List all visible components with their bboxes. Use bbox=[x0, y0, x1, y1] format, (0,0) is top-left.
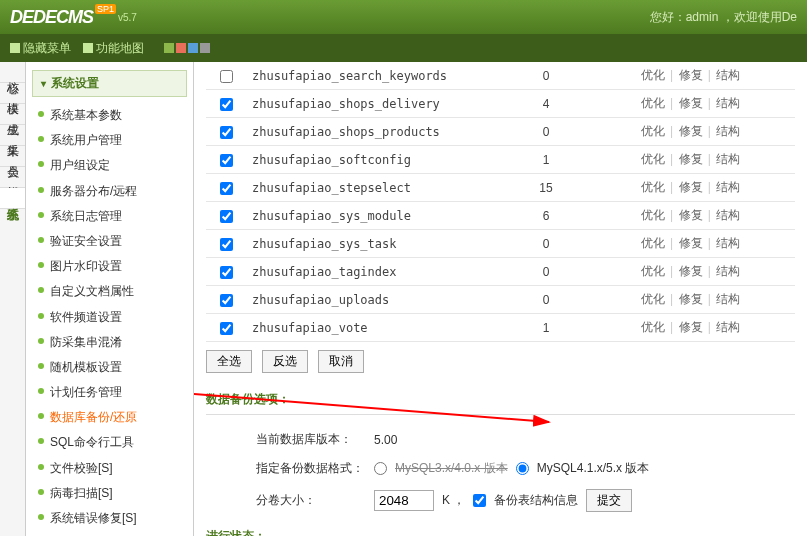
site-map-button[interactable]: 功能地图 bbox=[83, 40, 144, 57]
optimize-link[interactable]: 优化 bbox=[641, 292, 665, 306]
optimize-link[interactable]: 优化 bbox=[641, 68, 665, 82]
cancel-button[interactable]: 取消 bbox=[318, 350, 364, 373]
optimize-link[interactable]: 优化 bbox=[641, 152, 665, 166]
vtab-采集[interactable]: 采集 bbox=[0, 125, 25, 146]
theme-green[interactable] bbox=[164, 43, 174, 53]
optimize-link[interactable]: 优化 bbox=[641, 124, 665, 138]
db-version-value: 5.00 bbox=[374, 433, 397, 447]
row-checkbox[interactable] bbox=[220, 70, 233, 83]
table-row: zhusufapiao_tagindex0优化 | 修复 | 结构 bbox=[206, 258, 795, 286]
status-title: 进行状态： bbox=[206, 518, 795, 536]
panel-title[interactable]: 系统设置 bbox=[32, 70, 187, 97]
table-row: zhusufapiao_stepselect15优化 | 修复 | 结构 bbox=[206, 174, 795, 202]
invert-button[interactable]: 反选 bbox=[262, 350, 308, 373]
ops-cell: 优化 | 修复 | 结构 bbox=[586, 202, 795, 230]
record-count: 15 bbox=[506, 174, 586, 202]
optimize-link[interactable]: 优化 bbox=[641, 208, 665, 222]
menu-item[interactable]: 自定义文档属性 bbox=[32, 279, 187, 304]
theme-colors bbox=[164, 43, 210, 53]
structure-link[interactable]: 结构 bbox=[716, 152, 740, 166]
row-checkbox[interactable] bbox=[220, 322, 233, 335]
ops-cell: 优化 | 修复 | 结构 bbox=[586, 174, 795, 202]
theme-gray[interactable] bbox=[200, 43, 210, 53]
structure-link[interactable]: 结构 bbox=[716, 264, 740, 278]
menu-item[interactable]: 用户组设定 bbox=[32, 153, 187, 178]
menu-item[interactable]: 防采集串混淆 bbox=[32, 330, 187, 355]
record-count: 0 bbox=[506, 258, 586, 286]
optimize-link[interactable]: 优化 bbox=[641, 320, 665, 334]
row-checkbox[interactable] bbox=[220, 98, 233, 111]
vtab-模板[interactable]: 模板 bbox=[0, 167, 25, 188]
menu-item[interactable]: 计划任务管理 bbox=[32, 380, 187, 405]
structure-link[interactable]: 结构 bbox=[716, 320, 740, 334]
optimize-link[interactable]: 优化 bbox=[641, 236, 665, 250]
optimize-link[interactable]: 优化 bbox=[641, 264, 665, 278]
structure-link[interactable]: 结构 bbox=[716, 96, 740, 110]
ops-cell: 优化 | 修复 | 结构 bbox=[586, 258, 795, 286]
row-checkbox[interactable] bbox=[220, 182, 233, 195]
repair-link[interactable]: 修复 bbox=[679, 152, 703, 166]
structure-link[interactable]: 结构 bbox=[716, 236, 740, 250]
repair-link[interactable]: 修复 bbox=[679, 236, 703, 250]
hide-menu-button[interactable]: 隐藏菜单 bbox=[10, 40, 71, 57]
menu-item[interactable]: SQL命令行工具 bbox=[32, 430, 187, 455]
record-count: 0 bbox=[506, 286, 586, 314]
repair-link[interactable]: 修复 bbox=[679, 180, 703, 194]
table-name: zhusufapiao_uploads bbox=[246, 286, 506, 314]
menu-item[interactable]: 系统错误修复[S] bbox=[32, 506, 187, 531]
table-row: zhusufapiao_softconfig1优化 | 修复 | 结构 bbox=[206, 146, 795, 174]
vtab-模块[interactable]: 模块 bbox=[0, 83, 25, 104]
row-checkbox[interactable] bbox=[220, 238, 233, 251]
repair-link[interactable]: 修复 bbox=[679, 208, 703, 222]
table-row: zhusufapiao_sys_module6优化 | 修复 | 结构 bbox=[206, 202, 795, 230]
repair-link[interactable]: 修复 bbox=[679, 96, 703, 110]
menu-item[interactable]: 验证安全设置 bbox=[32, 229, 187, 254]
submit-button[interactable]: 提交 bbox=[586, 489, 632, 512]
select-all-button[interactable]: 全选 bbox=[206, 350, 252, 373]
menu-item[interactable]: 系统基本参数 bbox=[32, 103, 187, 128]
repair-link[interactable]: 修复 bbox=[679, 292, 703, 306]
row-checkbox[interactable] bbox=[220, 294, 233, 307]
menu-item[interactable]: 图片水印设置 bbox=[32, 254, 187, 279]
vertical-tabs: 核心模块生成采集会员模板系统 bbox=[0, 62, 26, 536]
vtab-生成[interactable]: 生成 bbox=[0, 104, 25, 125]
table-buttons: 全选 反选 取消 bbox=[206, 342, 795, 381]
structure-link[interactable]: 结构 bbox=[716, 208, 740, 222]
repair-link[interactable]: 修复 bbox=[679, 320, 703, 334]
vtab-系统[interactable]: 系统 bbox=[0, 188, 25, 209]
structure-link[interactable]: 结构 bbox=[716, 180, 740, 194]
menu-item[interactable]: 系统用户管理 bbox=[32, 128, 187, 153]
record-count: 1 bbox=[506, 314, 586, 342]
format-opt1-label: MySQL3.x/4.0.x 版本 bbox=[395, 460, 508, 477]
theme-blue[interactable] bbox=[188, 43, 198, 53]
table-name: zhusufapiao_vote bbox=[246, 314, 506, 342]
structure-link[interactable]: 结构 bbox=[716, 124, 740, 138]
vtab-核心[interactable]: 核心 bbox=[0, 62, 25, 83]
repair-link[interactable]: 修复 bbox=[679, 264, 703, 278]
chunk-input[interactable] bbox=[374, 490, 434, 511]
repair-link[interactable]: 修复 bbox=[679, 124, 703, 138]
row-checkbox[interactable] bbox=[220, 126, 233, 139]
table-row: zhusufapiao_shops_delivery4优化 | 修复 | 结构 bbox=[206, 90, 795, 118]
menu-item[interactable]: 病毒扫描[S] bbox=[32, 481, 187, 506]
theme-red[interactable] bbox=[176, 43, 186, 53]
menu-item[interactable]: 随机模板设置 bbox=[32, 355, 187, 380]
row-checkbox[interactable] bbox=[220, 154, 233, 167]
format-radio-2[interactable] bbox=[516, 462, 529, 475]
menu-item[interactable]: 系统日志管理 bbox=[32, 204, 187, 229]
vtab-会员[interactable]: 会员 bbox=[0, 146, 25, 167]
menu-item[interactable]: 数据库备份/还原 bbox=[32, 405, 187, 430]
optimize-link[interactable]: 优化 bbox=[641, 96, 665, 110]
structure-link[interactable]: 结构 bbox=[716, 68, 740, 82]
optimize-link[interactable]: 优化 bbox=[641, 180, 665, 194]
structure-link[interactable]: 结构 bbox=[716, 292, 740, 306]
row-checkbox[interactable] bbox=[220, 210, 233, 223]
format-radio-1[interactable] bbox=[374, 462, 387, 475]
repair-link[interactable]: 修复 bbox=[679, 68, 703, 82]
backup-struct-checkbox[interactable] bbox=[473, 494, 486, 507]
menu-item[interactable]: 软件频道设置 bbox=[32, 305, 187, 330]
menu-list: 系统基本参数系统用户管理用户组设定服务器分布/远程系统日志管理验证安全设置图片水… bbox=[32, 101, 187, 536]
menu-item[interactable]: 服务器分布/远程 bbox=[32, 179, 187, 204]
row-checkbox[interactable] bbox=[220, 266, 233, 279]
menu-item[interactable]: 文件校验[S] bbox=[32, 456, 187, 481]
